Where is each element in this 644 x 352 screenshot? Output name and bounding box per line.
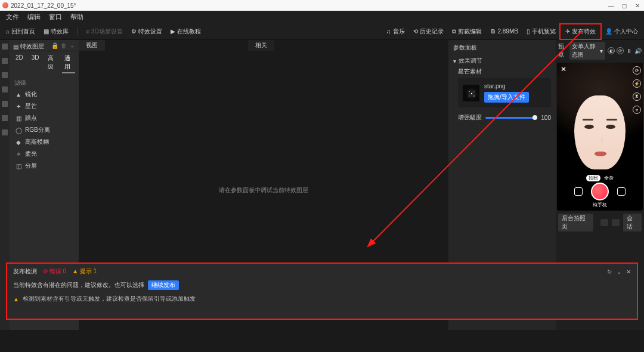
error-count[interactable]: ⊘ 错误 0 (43, 267, 66, 276)
window-titlebar: 2022_01_17_22_00_15* — ◻ ✕ (0, 0, 644, 11)
preview-foot-tab[interactable]: 后台拍照页 (558, 214, 593, 231)
menu-file[interactable]: 文件 (6, 13, 19, 21)
tab-advanced[interactable]: 高级 (45, 53, 58, 73)
library-icon: ▦ (44, 28, 49, 35)
toolbar-scene-setup[interactable]: ⧇3D场景设置 (86, 27, 123, 36)
issues-refresh-icon[interactable]: ↻ (607, 268, 612, 275)
preview-mode-shot[interactable]: 拍照 (586, 175, 600, 181)
play-icon: ▶ (171, 28, 175, 35)
preview-source-selector[interactable]: 女单人静态图▾ (569, 42, 605, 60)
toolbar-effect-library[interactable]: ▦特效库 (44, 27, 69, 36)
asset-thumbnail (463, 85, 479, 101)
preview-label: 预览 (558, 42, 567, 59)
continue-publish-button[interactable]: 继续发布 (148, 280, 179, 290)
window-minimize-button[interactable]: — (607, 2, 615, 9)
effect-item-split-screen[interactable]: ◫分屏 (10, 160, 79, 172)
tool-icon[interactable] (2, 115, 8, 121)
toolbar-music[interactable]: ♫音乐 (386, 27, 405, 36)
toolbar-account[interactable]: 👤个人中心 (605, 27, 638, 36)
tab-2d[interactable]: 2D (13, 53, 26, 73)
main-toolbar: ⌂回到首页 ▦特效库 ⧇3D场景设置 ⚙特效设置 ▶在线教程 ♫音乐 ⟲历史记录… (0, 23, 644, 40)
preview-foot-session[interactable]: 会话 (623, 214, 642, 231)
asset-filename: star.png (484, 83, 529, 89)
tool-icon[interactable] (2, 58, 8, 64)
pause-icon[interactable]: ⏸ (626, 48, 632, 54)
preview-side-icon[interactable]: ▿ (633, 106, 641, 114)
user-icon: 👤 (605, 28, 612, 35)
toolbar-size[interactable]: 🗎2.89MB (490, 28, 518, 35)
tab-3d[interactable]: 3D (29, 53, 42, 73)
warn-count[interactable]: ▲ 提示 1 (72, 267, 97, 276)
tool-icon[interactable] (2, 87, 8, 92)
tool-icon[interactable] (2, 129, 8, 135)
preview-side-icon[interactable]: ⧗ (633, 92, 641, 101)
toolbar-history[interactable]: ⟲历史记录 (413, 27, 444, 36)
slider-value: 100 (541, 115, 551, 121)
toolbar-tutorial[interactable]: ▶在线教程 (171, 27, 201, 36)
window-maximize-button[interactable]: ◻ (620, 2, 628, 9)
preview-side-icon[interactable]: ⟳ (633, 66, 641, 75)
circle-icon: ◯ (16, 127, 21, 133)
shutter-button[interactable] (591, 183, 609, 200)
preview-close-icon[interactable]: ✕ (561, 65, 566, 73)
effect-item-gaussian-blur[interactable]: ◆高斯模糊 (10, 136, 79, 148)
toolbar-phone-preview[interactable]: ▯手机预览 (527, 27, 556, 36)
history-icon: ⟲ (413, 28, 418, 35)
toolbar-effect-setup[interactable]: ⚙特效设置 (131, 27, 162, 36)
layers-icon: ▤ (13, 44, 18, 50)
file-icon: 🗎 (490, 28, 496, 35)
split-icon: ◫ (16, 163, 21, 169)
grid-icon: ▥ (16, 115, 21, 121)
sparkle-icon: ✧ (16, 151, 21, 157)
tool-icon[interactable] (2, 72, 8, 78)
app-logo-icon (2, 2, 8, 8)
left-sub-tabs: 2D 3D 高级 通用 (10, 51, 79, 75)
issue-summary-text: 当前特效含有潜在的问题，建议修改。也可以选择 (13, 281, 144, 289)
effect-item-sharpen[interactable]: ▲锐化 (10, 88, 79, 100)
tool-icon[interactable] (2, 44, 8, 50)
tab-general[interactable]: 通用 (62, 53, 75, 73)
menu-window[interactable]: 窗口 (49, 13, 62, 21)
preview-foot-icon[interactable] (612, 219, 620, 226)
menu-help[interactable]: 帮助 (70, 13, 83, 21)
toolbar-crop[interactable]: ⧉剪裁编辑 (452, 27, 482, 36)
music-icon: ♫ (386, 28, 391, 35)
add-icon[interactable]: ＋ (69, 42, 75, 51)
star-icon: ✦ (16, 103, 21, 109)
compare-icon[interactable]: ◐ (608, 47, 615, 54)
send-icon: ✈ (565, 28, 570, 35)
refresh-icon[interactable]: ⟳ (617, 47, 624, 54)
menu-edit[interactable]: 编辑 (27, 13, 41, 21)
preview-foot-icon[interactable] (600, 219, 608, 226)
effect-item-noise[interactable]: ▥躁点 (10, 112, 79, 124)
intensity-slider[interactable] (485, 117, 537, 119)
separator (77, 27, 78, 36)
center-tab-view[interactable]: 视图 (79, 40, 105, 51)
center-tab-related[interactable]: 相关 (248, 40, 274, 51)
preview-effects-icon[interactable] (574, 187, 583, 196)
delete-icon[interactable]: 🗑 (61, 42, 67, 51)
toolbar-publish[interactable]: ✈发布特效 (564, 26, 597, 37)
issues-panel: 发布检测 ⊘ 错误 0 ▲ 提示 1 ↻ ⌄ ✕ 当前特效含有潜在的问题，建议修… (6, 263, 638, 320)
preview-side-icon[interactable]: ⚡ (633, 79, 641, 88)
effect-adjust-header[interactable]: ▾效果调节 (453, 57, 551, 65)
toolbar-home[interactable]: ⌂回到首页 (6, 27, 35, 36)
issues-collapse-icon[interactable]: ⌄ (617, 268, 621, 275)
chevron-down-icon: ▾ (453, 58, 456, 64)
effect-item-star[interactable]: ✦星芒 (10, 100, 79, 112)
effect-item-rgb-split[interactable]: ◯RGB分离 (10, 124, 79, 136)
preview-viewport: ✕ ⟳ ⚡ ⧗ ▿ 拍照 全身 纯手机 (557, 63, 643, 211)
preview-music-icon[interactable] (617, 187, 626, 196)
asset-import-button[interactable]: 拖拽/导入文件 (484, 92, 529, 103)
asset-label: 星芒素材 (458, 67, 551, 76)
issues-close-icon[interactable]: ✕ (626, 268, 631, 275)
volume-icon[interactable]: 🔊 (634, 48, 642, 54)
lock-icon[interactable]: 🔒 (51, 42, 58, 51)
window-close-button[interactable]: ✕ (633, 2, 642, 9)
error-icon: ⊘ (43, 268, 48, 274)
home-icon: ⌂ (6, 28, 10, 35)
preview-mode-pose[interactable]: 全身 (604, 175, 614, 181)
effect-item-soft-light[interactable]: ✧柔光 (10, 148, 79, 160)
left-panel-title: 特效图层 (20, 42, 44, 51)
tool-icon[interactable] (2, 101, 8, 107)
